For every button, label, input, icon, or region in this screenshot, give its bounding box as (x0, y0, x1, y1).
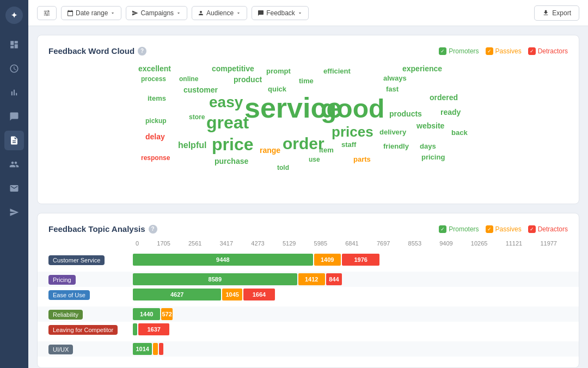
scale-labels: 0170525613417427351295985684176978553940… (136, 240, 557, 247)
word-easy: easy (209, 95, 243, 110)
passives-check[interactable]: ✓ (486, 47, 493, 55)
scale-label: 5985 (314, 240, 327, 247)
word-customer: customer (183, 86, 218, 94)
sidebar-icon-users[interactable] (4, 155, 24, 174)
topic-info-icon[interactable]: ? (149, 225, 157, 234)
scale-label: 7697 (377, 240, 390, 247)
topic-tag-badge: Customer Service (48, 255, 105, 265)
topic-analysis-title: Feedback Topic Analysis ? (48, 224, 157, 234)
word-friendly: friendly (383, 143, 409, 150)
word-told: told (277, 164, 289, 171)
topic-promoters-check[interactable]: ✓ (439, 225, 446, 233)
topbar: Date range Campaigns Audience Feedback E… (28, 0, 588, 26)
bar-segment (133, 323, 137, 335)
word-experience: experience (402, 65, 442, 72)
word-parts: parts (353, 156, 371, 163)
bar-segment: 1637 (138, 323, 169, 335)
word-efficient: efficient (323, 68, 351, 75)
word-back: back (451, 129, 468, 136)
word-ordered: ordered (430, 94, 458, 101)
word-fast: fast (386, 85, 399, 93)
sidebar-icon-chart[interactable] (4, 83, 24, 102)
topic-legend: ✓ Promoters ✓ Passives ✓ Detractors (439, 225, 568, 233)
word-cloud-info-icon[interactable]: ? (138, 47, 146, 56)
word-cloud-card: Feedback Word Cloud ? ✓ Promoters ✓ Pass… (37, 35, 579, 204)
bar-segment (159, 343, 163, 355)
bar-container: 1637 (133, 323, 568, 335)
bar-segment: 4627 (133, 289, 221, 300)
scale-label: 10265 (471, 240, 488, 247)
word-competitive: competitive (212, 65, 254, 72)
topic-tag-badge: Reliability (48, 310, 83, 320)
scale-label: 3417 (220, 240, 233, 247)
topic-row: Ease of Use462710451664 (48, 287, 568, 302)
topic-tag-badge: Pricing (48, 275, 76, 285)
topic-rows: Customer Service944814091976Pricing85891… (48, 252, 568, 357)
content-area: Feedback Word Cloud ? ✓ Promoters ✓ Pass… (28, 26, 588, 368)
sidebar-icon-document[interactable] (4, 131, 24, 150)
word-product: product (234, 76, 262, 83)
word-online: online (179, 76, 198, 82)
word-pricing: pricing (421, 154, 445, 161)
scale-label: 11977 (540, 240, 557, 247)
word-cloud-header: Feedback Word Cloud ? ✓ Promoters ✓ Pass… (48, 46, 568, 56)
word-products: products (389, 110, 422, 118)
bar-segment: 844 (326, 273, 342, 285)
detractors-check[interactable]: ✓ (528, 47, 536, 55)
bar-segment (153, 343, 158, 355)
bar-container: 462710451664 (133, 289, 568, 300)
bar-segment: 572 (161, 308, 172, 320)
sidebar-icon-mail[interactable] (4, 179, 24, 198)
topic-detractors-check[interactable]: ✓ (528, 225, 536, 233)
topic-tag-container: Reliability (48, 309, 133, 320)
date-range-button[interactable]: Date range (61, 6, 121, 20)
word-excellent: excellent (138, 65, 171, 72)
topic-passives-check[interactable]: ✓ (486, 225, 493, 233)
bar-segment: 1664 (243, 289, 275, 300)
word-prompt: prompt (266, 68, 291, 75)
scale-label: 4273 (251, 240, 264, 247)
word-use: use (309, 156, 320, 163)
word-price: price (212, 136, 253, 153)
legend-passives: ✓ Passives (486, 47, 522, 55)
feedback-button[interactable]: Feedback (252, 6, 309, 20)
word-website: website (416, 122, 444, 130)
word-store: store (189, 114, 205, 120)
word-items: items (148, 95, 166, 102)
word-purchase: purchase (215, 157, 248, 165)
bar-segment: 8589 (133, 273, 297, 285)
word-staff: staff (341, 141, 356, 148)
sidebar-icon-send[interactable] (4, 203, 24, 222)
bar-segment: 1014 (133, 343, 152, 355)
topic-tag-badge: UI/UX (48, 345, 73, 354)
bar-segment: 1976 (342, 254, 380, 266)
campaigns-button[interactable]: Campaigns (126, 6, 187, 20)
export-button[interactable]: Export (534, 5, 579, 21)
bar-segment: 9448 (133, 254, 313, 266)
topic-tag-container: Pricing (48, 274, 133, 285)
sidebar-icon-dashboard[interactable] (4, 35, 24, 54)
topic-row: UI/UX1014 (38, 341, 579, 357)
word-helpful: helpful (178, 141, 206, 150)
filter-icon-button[interactable] (37, 6, 57, 20)
word-prices: prices (332, 125, 373, 139)
word-cloud-container: servicegoodgreatpriceorderpriceseasyexce… (48, 62, 568, 193)
word-process: process (141, 76, 166, 82)
audience-button[interactable]: Audience (192, 6, 247, 20)
bar-segment: 1045 (222, 289, 242, 300)
scale-label: 11121 (506, 240, 523, 247)
scale-label: 5129 (283, 240, 296, 247)
word-time: time (299, 77, 314, 84)
topic-tag-container: Customer Service (48, 255, 133, 265)
logo[interactable]: ✦ (5, 7, 23, 24)
promoters-check[interactable]: ✓ (439, 47, 446, 55)
word-cloud-title: Feedback Word Cloud ? (48, 46, 146, 56)
topic-row: Customer Service944814091976 (48, 252, 568, 267)
sidebar-icon-clock[interactable] (4, 59, 24, 78)
topic-tag-badge: Ease of Use (48, 290, 90, 300)
topic-tag-container: Ease of Use (48, 290, 133, 300)
sidebar-icon-message[interactable] (4, 107, 24, 126)
word-pickup: pickup (145, 118, 167, 124)
word-item: item (319, 146, 334, 154)
word-delay: delay (145, 133, 165, 140)
